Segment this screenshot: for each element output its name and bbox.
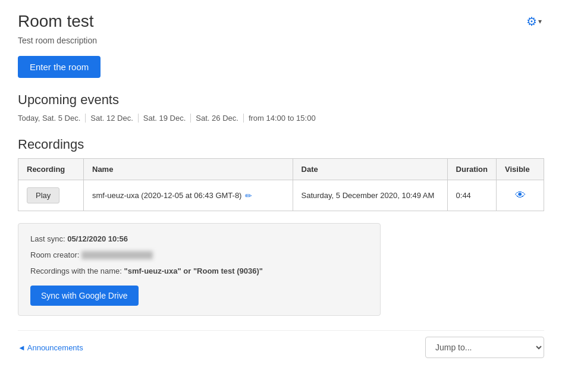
duration-cell: 0:44 <box>447 180 496 211</box>
play-button[interactable]: Play <box>27 187 59 203</box>
recordings-note-text: Recordings with the name: "smf-ueuz-uxa"… <box>30 265 368 278</box>
page-wrapper: Room test ⚙ ▾ Test room description Ente… <box>0 0 562 376</box>
edit-icon[interactable]: ✏ <box>245 191 252 200</box>
recordings-table: Recording Name Date Duration Visible Pla… <box>18 158 544 211</box>
last-sync-value: 05/12/2020 10:56 <box>67 234 128 243</box>
room-creator-label: Room creator: <box>30 250 79 259</box>
recording-cell: Play <box>18 180 84 211</box>
date-item-2: Sat. 12 Dec. <box>86 114 139 123</box>
date-item-1: Today, Sat. 5 Dec. <box>18 114 86 123</box>
page-title: Room test <box>18 12 94 31</box>
header-row: Room test ⚙ ▾ <box>18 12 544 31</box>
visible-cell: 👁 <box>497 180 544 211</box>
date-item-3: Sat. 19 Dec. <box>139 114 191 123</box>
room-description: Test room description <box>18 36 544 45</box>
footer-nav: ◄ Announcements Jump to... <box>18 330 544 364</box>
creator-blur <box>81 251 153 259</box>
recording-name-container: smf-ueuz-uxa (2020-12-05 at 06:43 GMT-8)… <box>92 191 284 200</box>
col-header-duration: Duration <box>447 159 496 180</box>
recordings-title: Recordings <box>18 137 544 152</box>
col-header-date: Date <box>293 159 447 180</box>
enter-room-button[interactable]: Enter the room <box>18 56 101 78</box>
table-row: Play smf-ueuz-uxa (2020-12-05 at 06:43 G… <box>18 180 544 211</box>
date-item-5: from 14:00 to 15:00 <box>244 114 321 123</box>
gear-button[interactable]: ⚙ ▾ <box>524 12 544 31</box>
gear-icon: ⚙ <box>526 14 537 29</box>
sync-panel: Last sync: 05/12/2020 10:56 Room creator… <box>18 223 381 316</box>
last-sync-text: Last sync: 05/12/2020 10:56 <box>30 233 368 246</box>
announcements-link[interactable]: ◄ Announcements <box>18 343 83 352</box>
date-cell: Saturday, 5 December 2020, 10:49 AM <box>293 180 447 211</box>
recordings-section: Recordings Recording Name Date Duration … <box>18 137 544 211</box>
recordings-name-value: "smf-ueuz-uxa" or "Room test (9036)" <box>124 266 263 275</box>
col-header-visible: Visible <box>497 159 544 180</box>
col-header-name: Name <box>84 159 293 180</box>
room-creator-text: Room creator: <box>30 249 368 262</box>
chevron-down-icon: ▾ <box>538 17 542 26</box>
events-dates: Today, Sat. 5 Dec. Sat. 12 Dec. Sat. 19 … <box>18 114 544 123</box>
recordings-note-label: Recordings with the name: <box>30 266 122 275</box>
last-sync-label: Last sync: <box>30 234 65 243</box>
name-cell: smf-ueuz-uxa (2020-12-05 at 06:43 GMT-8)… <box>84 180 293 211</box>
upcoming-events-title: Upcoming events <box>18 92 544 108</box>
sync-button[interactable]: Sync with Google Drive <box>30 286 139 306</box>
recording-name-text: smf-ueuz-uxa (2020-12-05 at 06:43 GMT-8) <box>92 191 241 200</box>
col-header-recording: Recording <box>18 159 84 180</box>
date-item-4: Sat. 26 Dec. <box>191 114 244 123</box>
jump-to-select[interactable]: Jump to... <box>425 337 544 358</box>
table-header-row: Recording Name Date Duration Visible <box>18 159 544 180</box>
eye-icon[interactable]: 👁 <box>505 189 535 202</box>
